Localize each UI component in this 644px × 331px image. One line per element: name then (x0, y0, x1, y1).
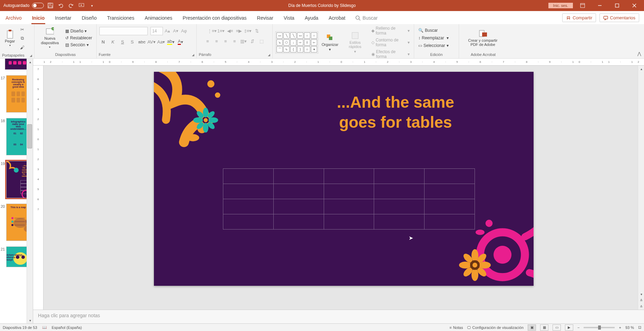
smartart-icon[interactable]: ⬚ (258, 37, 265, 45)
font-size-combo[interactable]: 14 (150, 27, 163, 35)
find-button[interactable]: 🔍 Buscar (417, 28, 450, 33)
qat-customize-icon[interactable]: ▾ (88, 2, 96, 9)
notes-pane[interactable]: Haga clic para agregar notas (33, 310, 644, 323)
slide-table[interactable] (223, 168, 475, 230)
menu-animations[interactable]: Animaciones (144, 13, 173, 24)
close-button[interactable] (627, 0, 642, 11)
indent-dec-icon[interactable]: ◀≡ (226, 27, 234, 35)
redo-icon[interactable] (67, 2, 75, 9)
highlight-icon[interactable]: ab▾ (167, 38, 175, 46)
scroll-up-icon[interactable]: ▴ (27, 59, 33, 65)
menu-review[interactable]: Revisar (256, 13, 274, 24)
thumbnail-pane[interactable]: 17 Reviewing concepts is usually a good … (0, 59, 33, 323)
change-case-icon[interactable]: Aa▾ (157, 38, 165, 46)
decrease-font-icon[interactable]: A▾ (172, 27, 179, 35)
menu-view[interactable]: Vista (283, 13, 295, 24)
thumbnail-scroll-thumb[interactable] (27, 124, 32, 148)
horizontal-ruler[interactable]: 12 · 11 · 10 · 9 · 8 · 7 · 6 · 5 · 4 · 3… (33, 59, 644, 66)
font-launcher-icon[interactable]: ◢ (192, 53, 194, 57)
collapse-ribbon-icon[interactable]: ⋀ (637, 51, 641, 56)
prev-slide-icon[interactable]: ≜ (638, 297, 644, 303)
align-left-icon[interactable]: ≡ (204, 37, 212, 45)
reading-view-icon[interactable]: ▭ (553, 324, 561, 331)
paste-button[interactable]: Pegar ▾ (3, 29, 17, 48)
bullets-icon[interactable]: ⋮≡▾ (208, 27, 216, 35)
tell-me-search[interactable]: Buscar (355, 15, 378, 24)
save-icon[interactable] (47, 2, 54, 9)
paragraph-launcher-icon[interactable]: ◢ (268, 53, 270, 57)
section-button[interactable]: ▤ Sección ▾ (64, 42, 94, 48)
align-center-icon[interactable]: ≡ (213, 37, 221, 45)
clear-format-icon[interactable]: Aφ (180, 27, 188, 35)
new-slide-button[interactable]: + Nueva diapositiva ▾ (37, 27, 62, 49)
shapes-gallery[interactable]: ▭╲╲▭○○ ↘⬡↓⇨⇩⇦ ⌒∿{}☆▾ (275, 31, 318, 53)
maximize-button[interactable] (609, 0, 625, 11)
menu-slideshow[interactable]: Presentación con diapositivas (182, 13, 247, 24)
menu-design[interactable]: Diseño (81, 13, 98, 24)
zoom-level[interactable]: 93 % (625, 325, 634, 330)
slideshow-view-icon[interactable]: ▶ (565, 324, 573, 331)
indent-inc-icon[interactable]: ≡▶ (235, 27, 243, 35)
quick-styles-button[interactable]: Estilos rápidos▾ (342, 31, 368, 55)
format-painter-icon[interactable]: 🖌 (18, 43, 26, 51)
clipboard-launcher-icon[interactable]: ◢ (30, 54, 32, 57)
menu-acrobat[interactable]: Acrobat (328, 13, 346, 24)
shape-fill-button[interactable]: ◆ Relleno de forma ▾ (370, 26, 411, 36)
fit-to-window-icon[interactable]: ⊡ (638, 325, 641, 330)
thumbnail-scrollbar[interactable]: ▴ ▾ (27, 59, 33, 323)
menu-home[interactable]: Inicio (31, 13, 46, 24)
editor-scrollbar[interactable]: ▴ ▾ ≜ ≛ (638, 66, 644, 310)
font-name-combo[interactable] (99, 27, 148, 35)
zoom-slider[interactable] (584, 327, 615, 328)
align-text-icon[interactable]: ⇵ (249, 37, 256, 45)
replace-button[interactable]: ↕ Reemplazar ▾ (417, 35, 450, 41)
reset-button[interactable]: ↺ Restablecer (64, 35, 94, 41)
minimize-button[interactable] (592, 0, 607, 11)
menu-help[interactable]: Ayuda (304, 13, 319, 24)
slide-counter[interactable]: Diapositiva 19 de 53 (3, 325, 37, 330)
italic-icon[interactable]: K (109, 38, 117, 46)
select-button[interactable]: ▭ Seleccionar ▾ (417, 43, 450, 48)
autosave-toggle[interactable] (32, 3, 44, 8)
comments-button[interactable]: Comentarios (599, 13, 639, 22)
shape-outline-button[interactable]: ◇ Contorno de forma ▾ (370, 37, 411, 48)
copy-icon[interactable]: ⧉ (18, 35, 26, 42)
numbering-icon[interactable]: 1≡▾ (217, 27, 225, 35)
ribbon-display-icon[interactable] (575, 0, 590, 11)
increase-font-icon[interactable]: A▴ (164, 27, 171, 35)
columns-icon[interactable]: ▥▾ (240, 37, 247, 45)
char-spacing-icon[interactable]: AV▾ (148, 38, 155, 46)
menu-transitions[interactable]: Transiciones (106, 13, 135, 24)
menu-file[interactable]: Archivo (5, 13, 22, 24)
zoom-out-icon[interactable]: − (577, 325, 579, 330)
editor-scroll-down-icon[interactable]: ▾ (638, 291, 644, 297)
menu-insert[interactable]: Insertar (54, 13, 72, 24)
share-button[interactable]: Compartir (562, 13, 596, 22)
spellcheck-icon[interactable]: 📖 (42, 325, 47, 330)
slide[interactable]: ...And the same goes for tables (154, 72, 534, 286)
next-slide-icon[interactable]: ≛ (638, 303, 644, 310)
text-direction-icon[interactable]: ⇅ (253, 27, 261, 35)
thumbnail-slide-16[interactable] (5, 59, 30, 70)
vertical-ruler[interactable]: 765432101234567 (33, 66, 43, 310)
adobe-pdf-button[interactable]: Crear y compartir PDF de Adobe (462, 29, 504, 47)
undo-icon[interactable] (57, 2, 65, 9)
notes-toggle[interactable]: ≡ Notas (449, 325, 463, 330)
layout-button[interactable]: ▦ Diseño ▾ (64, 28, 94, 34)
sign-in-button[interactable]: Inic. ses. (548, 3, 573, 8)
sorter-view-icon[interactable]: ▦ (540, 324, 548, 331)
align-right-icon[interactable]: ≡ (222, 37, 230, 45)
cut-icon[interactable]: ✂ (18, 26, 26, 33)
bold-icon[interactable]: N (99, 38, 107, 46)
strike-icon[interactable]: abc (138, 38, 146, 46)
editor-scroll-up-icon[interactable]: ▴ (638, 66, 644, 72)
slide-title[interactable]: ...And the same goes for tables (278, 93, 513, 132)
font-color-icon[interactable]: A▾ (177, 38, 184, 46)
shadow-icon[interactable]: S (128, 38, 136, 46)
arrange-button[interactable]: Organizar▾ (320, 33, 340, 52)
line-spacing-icon[interactable]: ‡≡▾ (244, 27, 252, 35)
scroll-down-icon[interactable]: ▾ (27, 317, 33, 323)
shape-effects-button[interactable]: ◉ Efectos de forma ▾ (370, 49, 411, 59)
underline-icon[interactable]: S (119, 38, 126, 46)
language-indicator[interactable]: Español (España) (52, 325, 82, 330)
